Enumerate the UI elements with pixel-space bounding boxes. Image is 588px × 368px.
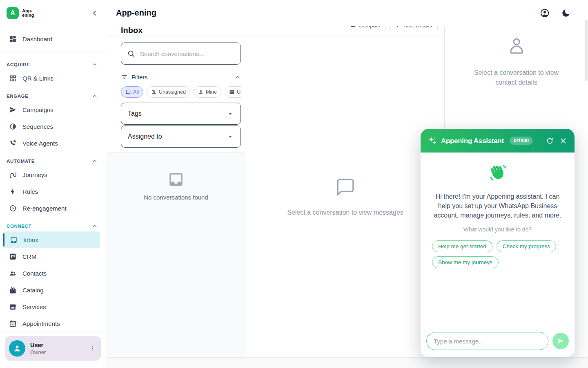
section-header-acquire[interactable]: ACQUIRE	[0, 55, 106, 70]
person-outline-icon	[506, 36, 527, 56]
sidebar-header: A App- ening	[0, 0, 106, 26]
send-button[interactable]	[552, 333, 569, 349]
chevron-left-icon	[91, 9, 98, 17]
quick-reply-check-progress[interactable]: Check my progress	[497, 240, 556, 252]
messages-empty-text: Select a conversation to view messages	[287, 209, 403, 216]
refresh-icon	[546, 137, 554, 145]
hide-details-button[interactable]: Hide Details	[389, 26, 438, 32]
search-icon	[127, 49, 135, 58]
section-header-automate[interactable]: AUTOMATE	[0, 152, 106, 166]
page-title: App-ening	[116, 8, 540, 18]
sidebar-item-crm[interactable]: CRM	[0, 248, 106, 265]
sidebar-item-qr-links[interactable]: QR & Links	[0, 70, 106, 87]
sidebar-item-campaigns[interactable]: Campaigns	[0, 101, 106, 118]
send-icon	[9, 106, 17, 114]
assistant-prompt: What would you like to do?	[463, 226, 532, 233]
sidebar-item-dashboard[interactable]: Dashboard	[0, 29, 106, 48]
sidebar-item-re-engagement[interactable]: Re-engagement	[0, 200, 106, 217]
sparkles-icon	[427, 136, 437, 146]
route-icon	[9, 171, 17, 179]
account-circle-icon	[540, 8, 550, 18]
assistant-close-button[interactable]	[559, 136, 568, 146]
sidebar-item-appointments[interactable]: Appointments	[0, 315, 106, 332]
tags-select[interactable]: Tags	[121, 103, 241, 125]
assistant-greeting: Hi there! I'm your Appening assistant. I…	[432, 192, 563, 220]
section-header-connect[interactable]: CONNECT	[0, 217, 106, 231]
logo-line-1: App-	[22, 9, 34, 13]
account-button[interactable]	[540, 8, 550, 18]
chip-label: Unread	[237, 89, 241, 95]
kanban-icon	[9, 253, 17, 260]
sidebar-item-journeys[interactable]: Journeys	[0, 166, 106, 183]
sidebar-collapse-button[interactable]	[89, 8, 100, 18]
quick-reply-show-journeys[interactable]: Show me my journeys	[432, 256, 499, 268]
inbox-list-panel: Inbox Filters All	[106, 26, 246, 357]
divider	[0, 52, 106, 52]
chip-label: Mine	[206, 89, 217, 95]
scrollbar-thumb[interactable]	[585, 20, 588, 81]
compact-button[interactable]: Compact	[345, 26, 386, 32]
vertical-scrollbar[interactable]	[584, 0, 588, 368]
chip-unread[interactable]: Unread	[225, 86, 241, 98]
sidebar-item-catalog[interactable]: Catalog	[0, 282, 106, 298]
half-circle-icon	[9, 123, 17, 130]
person-off-icon	[151, 89, 157, 95]
dark-mode-toggle[interactable]	[561, 8, 571, 18]
user-card[interactable]: User Owner	[5, 336, 101, 361]
sidebar-item-sequences[interactable]: Sequences	[0, 118, 106, 135]
chip-all[interactable]: All	[121, 86, 143, 98]
people-icon	[9, 269, 17, 277]
kebab-menu-icon	[89, 345, 96, 352]
inbox-filters: Filters All Unassigned Mine	[106, 36, 246, 148]
assistant-widget: Appening Assistant 0/1000 Hi there! I'm …	[421, 129, 575, 357]
sidebar-item-label: QR & Links	[22, 75, 53, 82]
sidebar-item-services[interactable]: Services	[0, 298, 106, 315]
user-menu-button[interactable]	[88, 343, 98, 353]
sidebar-item-label: Contacts	[22, 270, 47, 277]
user-meta: User Owner	[30, 342, 83, 355]
search-input[interactable]	[140, 50, 235, 57]
search-box	[121, 43, 241, 65]
assigned-to-select[interactable]: Assigned to	[121, 126, 241, 148]
user-role: Owner	[30, 349, 83, 355]
assistant-body: Hi there! I'm your Appening assistant. I…	[421, 153, 575, 328]
sidebar-item-contacts[interactable]: Contacts	[0, 265, 106, 282]
quick-reply-get-started[interactable]: Help me get started	[432, 240, 492, 252]
messages-panel: Compact Hide Details Select a conversati…	[246, 26, 444, 357]
sidebar-nav: Dashboard ACQUIRE QR & Links ENGAGE Camp…	[0, 26, 106, 332]
inbox-icon	[125, 89, 131, 95]
assistant-message-input[interactable]	[426, 332, 548, 350]
close-icon	[559, 137, 567, 145]
sidebar-item-label: Re-engagement	[22, 205, 67, 212]
chevron-up-icon	[92, 223, 98, 229]
caret-down-icon	[227, 133, 234, 140]
section-header-engage[interactable]: ENGAGE	[0, 87, 106, 101]
app-logo[interactable]: A App- ening	[7, 7, 34, 19]
chevron-up-icon	[92, 93, 98, 99]
qr-code-icon	[9, 74, 17, 82]
assistant-refresh-button[interactable]	[545, 136, 555, 146]
section-label: ENGAGE	[7, 94, 28, 99]
chip-mine[interactable]: Mine	[194, 86, 221, 98]
filters-toggle[interactable]: Filters	[121, 74, 241, 81]
tags-select-label: Tags	[128, 110, 142, 117]
chip-unassigned[interactable]: Unassigned	[147, 86, 190, 98]
top-header: App-ening	[106, 0, 588, 26]
calendar-icon	[9, 320, 17, 328]
dashboard-grid-icon	[9, 35, 17, 43]
usage-counter-badge: 0/1000	[510, 137, 533, 145]
sidebar-item-label: Appointments	[22, 320, 60, 327]
sidebar-item-label: Inbox	[23, 236, 38, 243]
inbox-panel-header: Inbox	[106, 26, 246, 36]
person-icon	[198, 89, 204, 95]
sidebar-item-inbox[interactable]: Inbox	[3, 231, 100, 248]
sidebar-item-voice-agents[interactable]: Voice Agents	[0, 135, 106, 152]
inbox-icon	[10, 236, 18, 244]
messages-empty-state: Select a conversation to view messages	[246, 36, 444, 357]
header-actions	[540, 8, 571, 18]
quick-replies: Help me get started Check my progress Sh…	[432, 240, 563, 268]
chevron-right-icon	[395, 26, 401, 28]
filter-chips: All Unassigned Mine Unread	[121, 86, 241, 98]
sidebar-item-rules[interactable]: Rules	[0, 183, 106, 200]
details-empty-text: Select a conversation to view contact de…	[466, 68, 568, 88]
